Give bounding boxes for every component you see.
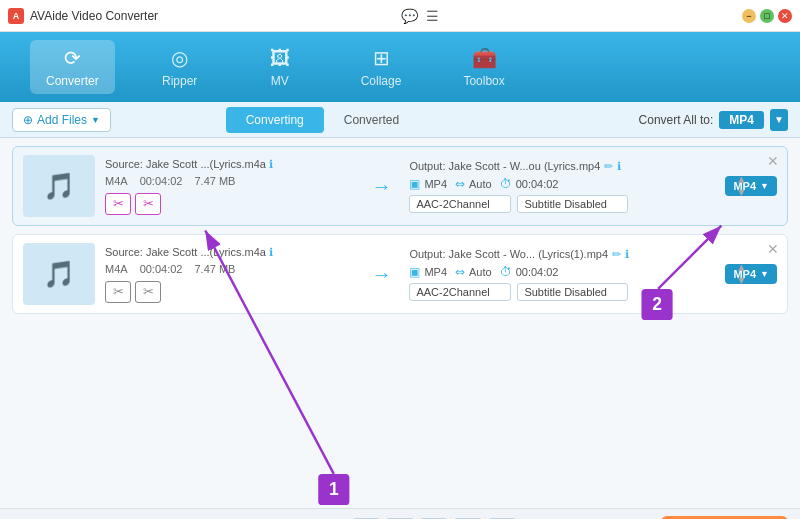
titlebar-controls: − □ ✕ [742, 9, 792, 23]
file-thumbnail-1: 🎵 [23, 155, 95, 217]
nav-item-converter[interactable]: ⟳ Converter [30, 40, 115, 94]
output-edit-icon-2[interactable]: ✏ [612, 248, 621, 261]
audio-codec-select-2[interactable]: AAC-2Channel [409, 283, 511, 301]
edit-button-2[interactable]: ✂ [135, 281, 161, 303]
convert-all-to: Convert All to: MP4 ▼ [639, 109, 788, 131]
expand-down-1[interactable]: ▼ [736, 187, 747, 198]
menu-icon[interactable]: ☰ [426, 8, 439, 24]
file-thumbnail-2: 🎵 [23, 243, 95, 305]
file-meta-1: M4A 00:04:02 7.47 MB [105, 175, 353, 187]
expand-buttons-2: ▲ ▼ [736, 262, 747, 286]
tab-converting[interactable]: Converting [226, 107, 324, 133]
toolbar-tabs: Converting Converted [226, 107, 419, 133]
source-info-icon-2[interactable]: ℹ [269, 246, 273, 258]
tab-converted[interactable]: Converted [324, 107, 419, 133]
ripper-icon: ◎ [171, 46, 188, 70]
format-badge[interactable]: MP4 [719, 111, 764, 129]
clip-button-2[interactable]: ✂ [105, 281, 131, 303]
edit-button-1[interactable]: ✂ [135, 193, 161, 215]
size-chip-icon-1: ⇔ [455, 177, 465, 191]
output-selects-2: AAC-2Channel Subtitle Disabled [409, 283, 707, 301]
maximize-button[interactable]: □ [760, 9, 774, 23]
size-chip-2: ⇔ Auto [455, 265, 492, 279]
output-edit-icon-1[interactable]: ✏ [604, 160, 613, 173]
output-info-icon-1[interactable]: ℹ [617, 160, 621, 173]
file-actions-2: ✂ ✂ [105, 281, 353, 303]
subtitle-select-2[interactable]: Subtitle Disabled [517, 283, 628, 301]
titlebar: A AVAide Video Converter 💬 ☰ − □ ✕ [0, 0, 800, 32]
bottom-bar: Save to: ▼ 📁 ⚡ 📺 ⚙ ▼ Merge into one file… [0, 508, 800, 519]
nav-label-toolbox: Toolbox [463, 74, 504, 88]
file-item-1: 🎵 Source: Jake Scott ...(Lyrics.m4a ℹ M4… [12, 146, 788, 226]
nav-item-mv[interactable]: 🖼 MV [245, 41, 315, 94]
file-meta-2: M4A 00:04:02 7.47 MB [105, 263, 353, 275]
nav-label-converter: Converter [46, 74, 99, 88]
app-logo: A [8, 8, 24, 24]
clock-icon-2: ⏱ [500, 265, 512, 279]
titlebar-icons: 💬 ☰ [401, 8, 439, 24]
source-info-icon-1[interactable]: ℹ [269, 158, 273, 170]
expand-down-2[interactable]: ▼ [736, 275, 747, 286]
minimize-button[interactable]: − [742, 9, 756, 23]
output-source-2: Output: Jake Scott - Wo... (Lyrics(1).mp… [409, 248, 707, 261]
format-chip-1: ▣ MP4 [409, 177, 447, 191]
size-chip-icon-2: ⇔ [455, 265, 465, 279]
music-icon-1: 🎵 [43, 171, 75, 202]
format-tag-dropdown-2: ▼ [760, 269, 769, 279]
file-info-1: Source: Jake Scott ...(Lyrics.m4a ℹ M4A … [105, 158, 353, 215]
subtitle-select-1[interactable]: Subtitle Disabled [517, 195, 628, 213]
duration-chip-2: ⏱ 00:04:02 [500, 265, 559, 279]
expand-up-2[interactable]: ▲ [736, 262, 747, 273]
output-info-1: Output: Jake Scott - W...ou (Lyrics.mp4 … [409, 160, 707, 213]
toolbox-icon: 🧰 [472, 46, 497, 70]
nav-item-collage[interactable]: ⊞ Collage [345, 40, 418, 94]
nav-label-collage: Collage [361, 74, 402, 88]
add-files-label: Add Files [37, 113, 87, 127]
nav-label-ripper: Ripper [162, 74, 197, 88]
output-info-2: Output: Jake Scott - Wo... (Lyrics(1).mp… [409, 248, 707, 301]
clip-button-1[interactable]: ✂ [105, 193, 131, 215]
file-duration-1: 00:04:02 [140, 175, 183, 187]
format-tag-1[interactable]: MP4 ▼ [725, 176, 777, 196]
output-source-1: Output: Jake Scott - W...ou (Lyrics.mp4 … [409, 160, 707, 173]
file-format-2: M4A [105, 263, 128, 275]
format-chip-2: ▣ MP4 [409, 265, 447, 279]
file-actions-1: ✂ ✂ [105, 193, 353, 215]
content-area: 🎵 Source: Jake Scott ...(Lyrics.m4a ℹ M4… [0, 138, 800, 508]
file-size-1: 7.47 MB [194, 175, 235, 187]
file-info-2: Source: Jake Scott ...(Lyrics.m4a ℹ M4A … [105, 246, 353, 303]
add-files-dropdown-icon: ▼ [91, 115, 100, 125]
convert-all-button[interactable]: Convert All [661, 516, 788, 520]
output-info-icon-2[interactable]: ℹ [625, 248, 629, 261]
clock-icon-1: ⏱ [500, 177, 512, 191]
output-settings-2: ▣ MP4 ⇔ Auto ⏱ 00:04:02 [409, 265, 707, 279]
nav-item-ripper[interactable]: ◎ Ripper [145, 40, 215, 94]
close-button[interactable]: ✕ [778, 9, 792, 23]
collage-icon: ⊞ [373, 46, 390, 70]
converter-icon: ⟳ [64, 46, 81, 70]
content-wrapper: 🎵 Source: Jake Scott ...(Lyrics.m4a ℹ M4… [0, 138, 800, 508]
file-format-1: M4A [105, 175, 128, 187]
format-chip-icon-2: ▣ [409, 265, 420, 279]
file-source-1: Source: Jake Scott ...(Lyrics.m4a ℹ [105, 158, 353, 171]
format-tag-2[interactable]: MP4 ▼ [725, 264, 777, 284]
convert-all-to-label: Convert All to: [639, 113, 714, 127]
format-tag-dropdown-1: ▼ [760, 181, 769, 191]
plus-icon: ⊕ [23, 113, 33, 127]
format-chip-icon-1: ▣ [409, 177, 420, 191]
file-size-2: 7.47 MB [194, 263, 235, 275]
duration-chip-1: ⏱ 00:04:02 [500, 177, 559, 191]
nav-item-toolbox[interactable]: 🧰 Toolbox [447, 40, 520, 94]
add-files-button[interactable]: ⊕ Add Files ▼ [12, 108, 111, 132]
close-item-button-1[interactable]: ✕ [767, 153, 779, 169]
titlebar-left: A AVAide Video Converter [8, 8, 158, 24]
close-item-button-2[interactable]: ✕ [767, 241, 779, 257]
format-dropdown-button[interactable]: ▼ [770, 109, 788, 131]
output-settings-1: ▣ MP4 ⇔ Auto ⏱ 00:04:02 [409, 177, 707, 191]
expand-up-1[interactable]: ▲ [736, 174, 747, 185]
mv-icon: 🖼 [270, 47, 290, 70]
audio-codec-select-1[interactable]: AAC-2Channel [409, 195, 511, 213]
arrow-right-1: → [371, 175, 391, 198]
chat-icon[interactable]: 💬 [401, 8, 418, 24]
app-title: AVAide Video Converter [30, 9, 158, 23]
